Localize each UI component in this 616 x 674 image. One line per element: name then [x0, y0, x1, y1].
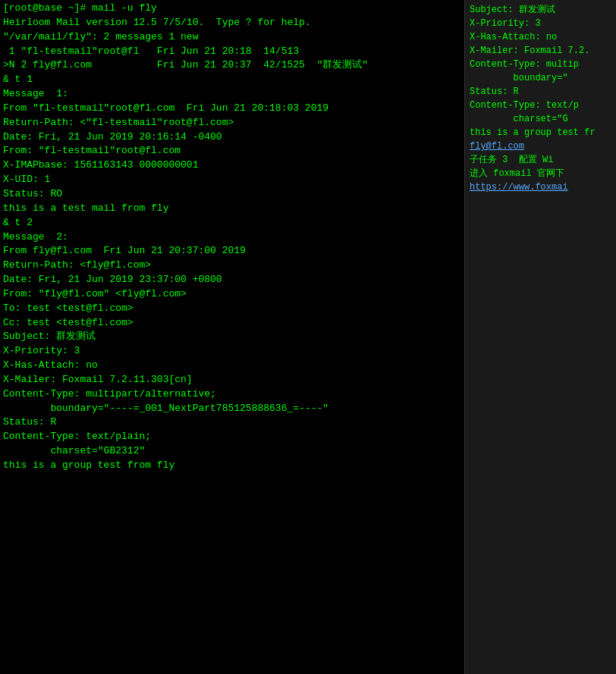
right-panel-line: X-Priority: 3 — [470, 17, 611, 30]
right-panel-line: Status: R — [470, 85, 611, 99]
terminal-output: [root@base ~]# mail -u flyHeirloom Mail … — [3, 2, 461, 473]
terminal-line: Date: Fri, 21 Jun 2019 23:37:00 +0800 — [3, 273, 461, 287]
right-panel-line[interactable]: fly@fl.com — [470, 140, 611, 153]
terminal-line: X-Priority: 3 — [3, 344, 461, 359]
terminal-left[interactable]: [root@base ~]# mail -u flyHeirloom Mail … — [0, 0, 464, 674]
terminal-line: charset="GB2312" — [3, 444, 461, 459]
terminal-line: X-Has-Attach: no — [3, 359, 461, 373]
terminal-line: Date: Fri, 21 Jun 2019 20:16:14 -0400 — [3, 130, 461, 145]
terminal-line: Message 1: — [3, 87, 461, 102]
right-panel-line: charset="G — [470, 112, 611, 126]
terminal-line: X-IMAPbase: 1561163143 0000000001 — [3, 158, 461, 173]
terminal-line: From "fl-testmail"root@fl.com Fri Jun 21… — [3, 102, 461, 116]
terminal-line: Return-Path: <fly@fl.com> — [3, 259, 461, 273]
terminal-line: X-Mailer: Foxmail 7.2.11.303[cn] — [3, 373, 461, 387]
terminal-line: this is a group test from fly — [3, 459, 461, 473]
terminal-line: Subject: 群发测试 — [3, 330, 461, 344]
terminal-line: Content-Type: text/plain; — [3, 430, 461, 444]
terminal-line: 1 "fl-testmail"root@fl Fri Jun 21 20:18 … — [3, 45, 461, 59]
terminal-line: boundary="----=_001_NextPart785125888636… — [3, 402, 461, 416]
terminal-line: Status: RO — [3, 187, 461, 202]
terminal-line: From: "fl-testmail"root@fl.com — [3, 144, 461, 158]
right-panel-line: 子任务 3 配置 Wi — [470, 153, 611, 167]
right-panel-line: Content-Type: text/p — [470, 99, 611, 112]
terminal-line: & t 1 — [3, 73, 461, 87]
terminal-line: & t 2 — [3, 216, 461, 230]
terminal-line: Heirloom Mail version 12.5 7/5/10. Type … — [3, 16, 461, 30]
terminal-line: Status: R — [3, 415, 461, 430]
right-panel-line: Content-Type: multip — [470, 58, 611, 71]
terminal-line: Return-Path: <"fl-testmail"root@fl.com> — [3, 116, 461, 130]
right-content: Subject: 群发测试X-Priority: 3X-Has-Attach: … — [470, 3, 611, 194]
sidebar-right: Subject: 群发测试X-Priority: 3X-Has-Attach: … — [464, 0, 616, 674]
terminal-line: this is a test mail from fly — [3, 202, 461, 216]
terminal-line: [root@base ~]# mail -u fly — [3, 2, 461, 16]
right-panel-line: Subject: 群发测试 — [470, 3, 611, 17]
right-panel-line: X-Has-Attach: no — [470, 30, 611, 44]
right-panel-line: this is a group test fr — [470, 126, 611, 140]
right-panel-line[interactable]: https://www.foxmai — [470, 180, 611, 194]
terminal-line: To: test <test@fl.com> — [3, 302, 461, 316]
terminal-line: From: "fly@fl.com" <fly@fl.com> — [3, 287, 461, 302]
terminal-line: From fly@fl.com Fri Jun 21 20:37:00 2019 — [3, 244, 461, 259]
terminal-line: >N 2 fly@fl.com Fri Jun 21 20:37 42/1525… — [3, 58, 461, 73]
terminal-line: X-UID: 1 — [3, 173, 461, 187]
terminal-line: Message 2: — [3, 230, 461, 245]
terminal-line: Cc: test <test@fl.com> — [3, 316, 461, 331]
right-panel-line: X-Mailer: Foxmail 7.2. — [470, 44, 611, 58]
terminal-line: "/var/mail/fly": 2 messages 1 new — [3, 30, 461, 45]
terminal-line: Content-Type: multipart/alternative; — [3, 387, 461, 402]
right-panel-line: boundary=" — [470, 71, 611, 85]
right-panel-line: 进入 foxmail 官网下 — [470, 167, 611, 180]
